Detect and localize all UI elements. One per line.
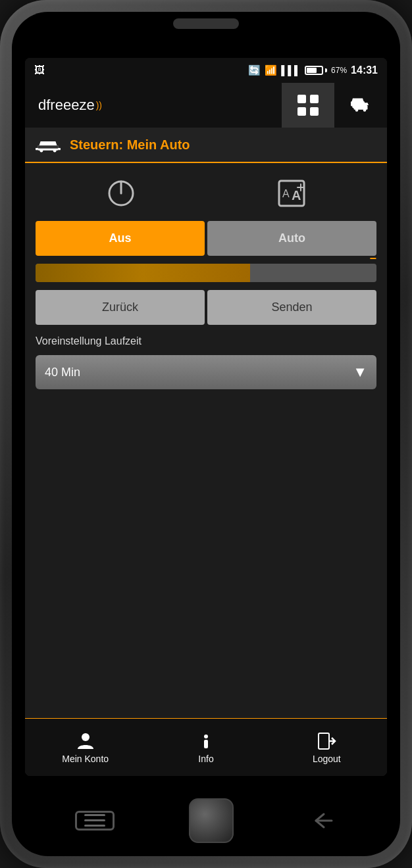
svg-text:A: A bbox=[282, 188, 290, 199]
progress-bar-bg bbox=[36, 264, 376, 282]
svg-rect-26 bbox=[319, 733, 329, 749]
svg-rect-15 bbox=[58, 148, 61, 150]
progress-bar-fill bbox=[36, 264, 250, 282]
svg-rect-3 bbox=[310, 107, 319, 116]
nav-logout-label: Logout bbox=[313, 754, 341, 764]
zuruck-button[interactable]: Zurück bbox=[36, 290, 205, 325]
status-right: 🔄 📶 ▌▌▌ 67% 14:31 bbox=[248, 64, 378, 76]
home-hardware-button[interactable] bbox=[189, 798, 234, 843]
phone-inner: 🖼 🔄 📶 ▌▌▌ 67% 14:31 bbox=[12, 12, 400, 856]
section-header: Steuern: Mein Auto bbox=[25, 128, 387, 163]
svg-rect-29 bbox=[84, 819, 105, 821]
svg-point-24 bbox=[204, 735, 208, 738]
nav-mein-konto-label: Mein Konto bbox=[62, 754, 109, 764]
logout-icon bbox=[317, 731, 336, 751]
section-title: Steuern: Mein Auto bbox=[70, 137, 190, 153]
progress-container: − bbox=[36, 264, 376, 282]
main-content: Steuern: Mein Auto bbox=[25, 128, 387, 776]
icon-row: A A bbox=[36, 174, 376, 213]
bottom-nav: Mein Konto Info bbox=[25, 718, 387, 776]
screen: 🖼 🔄 📶 ▌▌▌ 67% 14:31 bbox=[25, 58, 387, 776]
person-icon bbox=[76, 731, 95, 751]
svg-rect-11 bbox=[38, 145, 59, 148]
back-hardware-button[interactable] bbox=[308, 806, 337, 835]
preset-select[interactable]: 40 Min ▼ bbox=[36, 355, 376, 389]
menu-hardware-button[interactable] bbox=[75, 811, 115, 831]
svg-rect-1 bbox=[310, 95, 319, 103]
svg-point-12 bbox=[39, 149, 43, 152]
nav-info[interactable]: Info bbox=[145, 719, 266, 776]
phone-speaker bbox=[173, 18, 239, 29]
phone-outer: 🖼 🔄 📶 ▌▌▌ 67% 14:31 bbox=[0, 0, 412, 868]
grid-icon bbox=[296, 93, 320, 117]
content-spacer bbox=[25, 400, 387, 718]
battery-body bbox=[305, 66, 323, 75]
svg-point-9 bbox=[363, 108, 367, 112]
tab-grid[interactable] bbox=[282, 83, 334, 128]
preset-label: Voreinstellung Laufzeit bbox=[36, 335, 376, 347]
action-row: Zurück Senden bbox=[36, 290, 376, 325]
svg-rect-0 bbox=[297, 95, 306, 103]
cars-icon bbox=[349, 93, 373, 117]
svg-rect-14 bbox=[36, 148, 38, 150]
info-icon bbox=[196, 731, 216, 751]
status-left: 🖼 bbox=[34, 64, 45, 76]
power-button[interactable] bbox=[104, 176, 138, 210]
controls-area: A A Aus Auto − bbox=[25, 163, 387, 400]
font-resize-icon: A A bbox=[277, 179, 306, 208]
image-status-icon: 🖼 bbox=[34, 64, 45, 76]
tab-cars[interactable] bbox=[334, 83, 387, 128]
status-bar: 🖼 🔄 📶 ▌▌▌ 67% 14:31 bbox=[25, 58, 387, 83]
power-icon bbox=[107, 179, 136, 208]
auto-button[interactable]: Auto bbox=[207, 221, 376, 256]
clock: 14:31 bbox=[351, 64, 378, 76]
logo-signal-icon: )) bbox=[96, 100, 102, 110]
signal-bars-icon: ▌▌▌ bbox=[281, 65, 301, 76]
nav-info-label: Info bbox=[198, 754, 213, 764]
svg-point-23 bbox=[82, 733, 90, 741]
battery-icon bbox=[305, 66, 327, 75]
logo-text: dfreeeze bbox=[38, 97, 95, 114]
battery-fill bbox=[307, 68, 317, 73]
app-logo: dfreeeze )) bbox=[25, 83, 282, 128]
wifi-icon: 📶 bbox=[265, 64, 277, 76]
rotate-icon: 🔄 bbox=[248, 64, 261, 76]
font-resize-button[interactable]: A A bbox=[274, 176, 309, 210]
battery-percent: 67% bbox=[331, 66, 347, 75]
aus-button[interactable]: Aus bbox=[36, 221, 205, 256]
car-header-icon bbox=[36, 135, 61, 154]
progress-minus-icon[interactable]: − bbox=[369, 252, 376, 266]
svg-rect-30 bbox=[84, 825, 105, 827]
dropdown-arrow-icon: ▼ bbox=[353, 364, 367, 381]
menu-lines-icon bbox=[84, 814, 105, 827]
svg-rect-25 bbox=[204, 740, 208, 748]
nav-logout[interactable]: Logout bbox=[267, 719, 387, 776]
svg-point-8 bbox=[355, 108, 359, 112]
toggle-row: Aus Auto bbox=[36, 221, 376, 256]
app-header: dfreeeze )) bbox=[25, 83, 387, 128]
senden-button[interactable]: Senden bbox=[207, 290, 376, 325]
nav-mein-konto[interactable]: Mein Konto bbox=[25, 719, 145, 776]
svg-point-13 bbox=[53, 149, 57, 152]
svg-rect-2 bbox=[297, 107, 306, 116]
preset-value: 40 Min bbox=[45, 366, 353, 379]
svg-text:A: A bbox=[292, 188, 301, 203]
phone-bottom-buttons bbox=[12, 789, 400, 856]
header-tabs bbox=[282, 83, 387, 128]
back-arrow-icon bbox=[311, 811, 334, 830]
svg-rect-28 bbox=[84, 814, 105, 816]
battery-tip bbox=[325, 68, 327, 72]
